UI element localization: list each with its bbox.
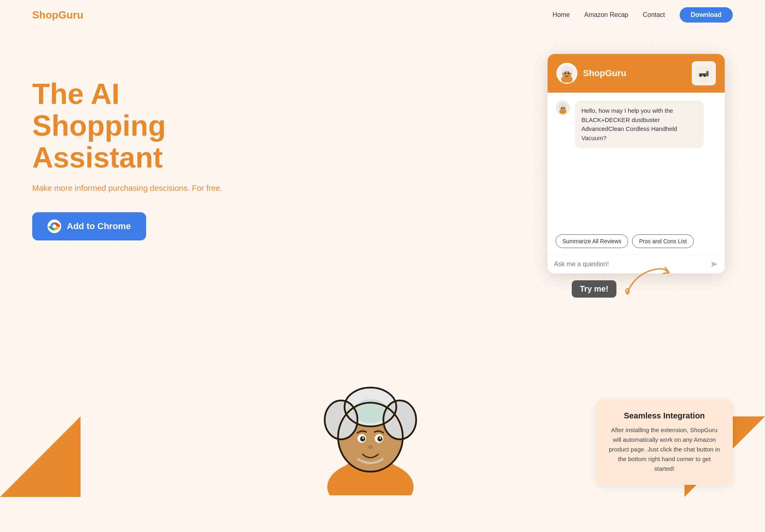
character-section: Seamless Integration After installing th… [0,376,765,497]
hero-subtitle: Make more informed purchasing descisions… [32,184,266,193]
add-to-chrome-label: Add to Chrome [67,221,131,232]
nav-links: Home Amazon Recap Contact Download [552,7,733,23]
chat-avatar [556,63,577,84]
pros-cons-button[interactable]: Pros and Cons List [632,234,693,248]
orange-triangle-left [0,416,81,497]
guru-character [310,376,431,497]
svg-point-40 [362,437,364,439]
svg-point-42 [368,445,373,449]
nav-link-amazon-recap[interactable]: Amazon Recap [584,11,628,19]
svg-point-9 [564,72,566,74]
svg-point-22 [561,108,562,109]
integration-title: Seamless Integration [609,411,720,420]
svg-point-2 [52,224,56,228]
nav-download-button[interactable]: Download [680,7,733,23]
chat-message-row: Hello, how may I help you with the BLACK… [556,101,717,148]
chat-send-button[interactable] [709,260,718,269]
svg-point-41 [379,437,381,439]
svg-point-8 [569,68,573,73]
chat-message-avatar [556,101,570,115]
svg-point-38 [360,436,365,441]
integration-card: Seamless Integration After installing th… [596,400,733,485]
add-to-chrome-button[interactable]: Add to Chrome [32,212,146,240]
svg-point-23 [564,108,565,109]
chat-brand-name: ShopGuru [583,68,626,79]
try-me-arrow-icon [623,265,671,298]
integration-text: After installing the extension, ShopGuru… [609,425,720,474]
hero-right: ShopGuru [548,54,733,273]
nav-logo: ShopGuru [32,9,83,21]
hero-section: The AI Shopping Assistant Make more info… [0,30,765,344]
summarize-reviews-button[interactable]: Summarize All Reviews [556,234,628,248]
svg-point-7 [561,68,565,73]
chrome-icon [48,219,61,233]
svg-point-39 [377,436,382,441]
svg-point-15 [703,75,706,77]
try-me-area: Try me! [572,265,671,298]
chat-quick-buttons: Summarize All Reviews Pros and Cons List [548,230,725,255]
svg-point-10 [568,72,569,74]
chat-header-left: ShopGuru [556,63,626,84]
try-me-bubble: Try me! [572,280,616,298]
svg-rect-13 [706,71,709,77]
hero-left: The AI Shopping Assistant Make more info… [32,46,266,240]
nav-link-contact[interactable]: Contact [643,11,665,19]
chat-bubble: Hello, how may I help you with the BLACK… [575,101,704,148]
svg-point-14 [699,75,702,77]
nav-link-home[interactable]: Home [552,11,570,19]
chat-body: Hello, how may I help you with the BLACK… [548,93,725,230]
chat-header: ShopGuru [548,54,725,93]
chat-product-thumbnail [692,61,716,85]
chat-widget: ShopGuru [548,54,725,273]
send-icon [709,260,718,269]
hero-title: The AI Shopping Assistant [32,78,266,174]
